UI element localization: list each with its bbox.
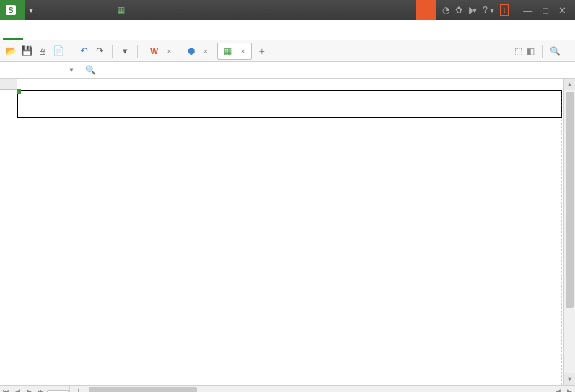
- menu-formula[interactable]: [63, 20, 84, 40]
- spreadsheet-grid: ▲ ▼: [0, 79, 575, 385]
- system-icons: ◔ ✿ ◗▾ ? ▾ ↓: [436, 4, 514, 16]
- feedback-icon[interactable]: ↓: [500, 4, 509, 16]
- app-dropdown-icon[interactable]: ▾: [25, 5, 38, 15]
- sheet-navigation: ⏮ ◀ ▶ ⏭ +: [0, 386, 87, 392]
- table-title[interactable]: [18, 91, 562, 118]
- sheet-next-icon[interactable]: ▶: [23, 388, 35, 393]
- print-icon[interactable]: 📄: [52, 45, 65, 58]
- menu-view[interactable]: [124, 20, 144, 40]
- add-sheet-icon[interactable]: +: [69, 386, 87, 392]
- document-title-area: ▦: [38, 5, 416, 15]
- menu-dev-tools[interactable]: [144, 20, 164, 40]
- menu-insert[interactable]: [23, 20, 43, 40]
- menu-bar: [0, 20, 575, 40]
- login-button[interactable]: [416, 0, 436, 20]
- print-break-line: [561, 90, 562, 385]
- sheet-prev-icon[interactable]: ◀: [12, 388, 23, 393]
- scroll-right-icon[interactable]: ▶: [563, 388, 575, 393]
- search-icon: 🔍: [550, 46, 561, 56]
- menu-cloud[interactable]: [164, 20, 185, 40]
- config-icon[interactable]: ⬚: [514, 46, 522, 56]
- scroll-thumb[interactable]: [89, 387, 197, 392]
- vertical-scrollbar[interactable]: ▲ ▼: [563, 79, 575, 385]
- maximize-icon[interactable]: □: [543, 5, 548, 16]
- help-icon[interactable]: ? ▾: [483, 5, 494, 15]
- skin-icon[interactable]: ◗▾: [468, 5, 477, 15]
- scroll-thumb[interactable]: [566, 92, 574, 308]
- print-preview-icon[interactable]: 🖨: [36, 45, 49, 58]
- cell-reference-box[interactable]: ▼: [0, 62, 79, 78]
- select-all-corner[interactable]: [0, 79, 17, 90]
- sync-icon[interactable]: ◔: [442, 5, 449, 15]
- tab-cloud-doc[interactable]: ⬢ ×: [181, 43, 214, 60]
- more-dropdown-icon[interactable]: ▾: [118, 45, 131, 58]
- spreadsheet-file-icon: ▦: [224, 46, 232, 56]
- dropdown-icon[interactable]: ▼: [69, 67, 74, 74]
- cloud-cube-icon: ⬢: [188, 46, 195, 56]
- separator: [71, 45, 71, 58]
- formula-bar: ▼ 🔍: [0, 62, 575, 79]
- undo-icon[interactable]: ↶: [77, 45, 90, 58]
- column-headers: [17, 79, 575, 90]
- menu-review[interactable]: [104, 20, 124, 40]
- settings-icon[interactable]: ✿: [455, 5, 462, 15]
- separator: [112, 45, 113, 58]
- tab-close-icon[interactable]: ×: [240, 47, 245, 55]
- app-logo-icon: S: [6, 5, 16, 15]
- scroll-up-icon[interactable]: ▲: [564, 79, 575, 90]
- save-icon[interactable]: 💾: [20, 45, 33, 58]
- document-icon: ▦: [117, 5, 125, 15]
- cells-area[interactable]: [17, 90, 575, 385]
- separator: [137, 45, 138, 58]
- tab-close-icon[interactable]: ×: [167, 47, 171, 55]
- sheet-first-icon[interactable]: ⏮: [0, 388, 12, 393]
- sheet-last-icon[interactable]: ⏭: [35, 388, 46, 393]
- menu-start[interactable]: [3, 20, 23, 40]
- separator: [542, 45, 543, 58]
- training-plan-table: [17, 90, 562, 118]
- minimize-icon[interactable]: —: [523, 5, 532, 16]
- close-icon[interactable]: ✕: [558, 5, 566, 16]
- redo-icon[interactable]: ↷: [93, 45, 106, 58]
- window-icon[interactable]: ◧: [527, 46, 535, 56]
- tab-current-file[interactable]: ▦ ×: [217, 43, 251, 60]
- scroll-left-icon[interactable]: ◀: [552, 388, 563, 393]
- add-tab-icon[interactable]: +: [255, 45, 269, 57]
- command-search[interactable]: ⬚ ◧ 🔍: [514, 45, 571, 58]
- search-fx-icon[interactable]: 🔍: [85, 65, 96, 75]
- tab-my-wps[interactable]: W ×: [144, 43, 178, 60]
- menu-data[interactable]: [84, 20, 104, 40]
- sheet-tab-bar: ⏮ ◀ ▶ ⏭ + ◀ ▶: [0, 385, 575, 392]
- formula-controls: 🔍: [79, 65, 109, 75]
- horizontal-scrollbar[interactable]: [87, 386, 552, 392]
- title-bar: S ▾ ▦ ◔ ✿ ◗▾ ? ▾ ↓ — □ ✕: [0, 0, 575, 20]
- menu-page-layout[interactable]: [43, 20, 63, 40]
- wps-logo-icon: W: [150, 46, 158, 56]
- toolbar: 📂 💾 🖨 📄 ↶ ↷ ▾ W × ⬢ × ▦ × + ⬚ ◧ 🔍: [0, 40, 575, 62]
- open-icon[interactable]: 📂: [4, 45, 17, 58]
- tab-close-icon[interactable]: ×: [203, 47, 208, 55]
- app-badge: S: [0, 0, 25, 20]
- scroll-down-icon[interactable]: ▼: [564, 373, 575, 385]
- window-controls: — □ ✕: [514, 5, 575, 16]
